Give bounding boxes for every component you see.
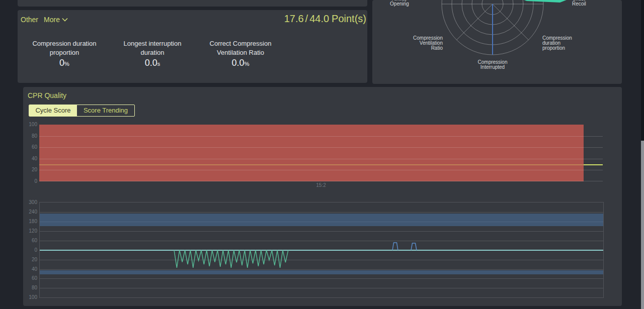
rate-tick-label: 60	[23, 238, 37, 243]
tab-cycle-score[interactable]: Cycle Score	[29, 105, 77, 116]
depth-tick-label: 100	[23, 294, 37, 300]
threshold-line-on-bar	[39, 164, 584, 165]
metric-value: 0.0%	[198, 58, 283, 68]
metric-longest-interruption-duration: Longest interruption duration 0.0s	[110, 39, 195, 68]
cpr-quality-title: CPR Quality	[28, 91, 66, 99]
depth-tick-label: 80	[23, 285, 37, 290]
scrollbar-thumb[interactable]	[641, 141, 644, 309]
y-tick-label: 100	[23, 122, 37, 127]
score-display: 17.6/44.0Point(s)	[284, 13, 366, 25]
chevron-down-icon	[62, 18, 68, 22]
metric-value: 0.0s	[110, 58, 195, 68]
radar-label-compression-duration-proportion: Compression duration proportion	[542, 36, 590, 51]
gridline	[39, 147, 603, 148]
depth-tick-label: 40	[23, 266, 37, 272]
radar-chart-panel: Airway Opening Chest Recoil Compression …	[372, 0, 622, 84]
y-tick-label: 0	[23, 178, 37, 184]
compression-depth-wave	[174, 250, 288, 268]
cpr-review-screen: { "theme": { "page_bg": "#21242b", "pane…	[0, 0, 644, 309]
y-tick-label: 60	[23, 144, 37, 150]
metric-label: Compression duration proportion	[22, 39, 107, 57]
cpr-quality-panel: CPR Quality Cycle Score Score Trending 1…	[23, 87, 622, 306]
radar-label-compression-interrupted: Compression Interrupted	[466, 60, 519, 70]
gridline	[39, 136, 603, 137]
rate-tick-label: 240	[23, 209, 37, 215]
more-dropdown-button[interactable]: More	[44, 16, 68, 24]
score-bar	[39, 125, 584, 181]
scrollbar-track[interactable]	[641, 0, 644, 309]
metric-value: 0%	[22, 58, 107, 68]
x-axis-category-label: 15:2	[311, 182, 331, 188]
metric-compression-duration-proportion: Compression duration proportion 0%	[22, 39, 107, 68]
score-unit: Point(s)	[332, 13, 366, 24]
radar-label-chest-recoil: Chest Recoil	[572, 0, 598, 7]
tab-score-trending[interactable]: Score Trending	[77, 105, 134, 116]
rate-tick-label: 300	[23, 199, 37, 205]
y-tick-label: 40	[23, 156, 37, 161]
rate-tick-label: 120	[23, 228, 37, 234]
rate-tick-label: 180	[23, 219, 37, 224]
depth-tick-label: 20	[23, 257, 37, 262]
compression-trace-chart: 30024018012060020406080100	[23, 201, 622, 301]
metric-label: Longest interruption duration	[110, 39, 195, 57]
other-metrics-panel: Other More 17.6/44.0Point(s) Compression…	[18, 10, 367, 83]
ventilation-wave	[411, 243, 417, 250]
y-tick-label: 80	[23, 133, 37, 139]
gridline	[39, 159, 603, 159]
score-total: 44.0	[309, 13, 329, 24]
metric-correct-compression-ventilation-ratio: Correct Compression Ventilation Ratio 0.…	[198, 39, 283, 68]
radar-label-compression-ventilation-ratio: Compression Ventilation Ratio	[397, 36, 443, 51]
score-value: 17.6	[284, 13, 304, 24]
rate-tick-label: 0	[23, 247, 37, 253]
cycle-score-bar-chart: 15:2 020406080100	[23, 124, 622, 189]
chart-mode-tabs: Cycle Score Score Trending	[29, 105, 135, 117]
score-separator: /	[305, 13, 308, 24]
radar-data-polygon	[521, 0, 569, 3]
threshold-line	[584, 164, 603, 165]
depth-tick-label: 60	[23, 275, 37, 281]
more-label: More	[44, 16, 60, 24]
gridline	[39, 181, 603, 181]
gridline	[39, 170, 603, 170]
trace-plot-area	[39, 202, 604, 298]
metric-label: Correct Compression Ventilation Ratio	[198, 39, 283, 57]
y-tick-label: 20	[23, 167, 37, 172]
waveform-layer	[40, 202, 603, 297]
other-header: Other More	[21, 16, 68, 24]
top-panel-cutoff	[18, 0, 367, 7]
radar-label-airway-opening: Airway Opening	[386, 0, 413, 7]
ventilation-wave	[392, 243, 398, 250]
bar-chart-plot-area	[39, 125, 603, 181]
other-panel-title: Other	[21, 16, 38, 24]
